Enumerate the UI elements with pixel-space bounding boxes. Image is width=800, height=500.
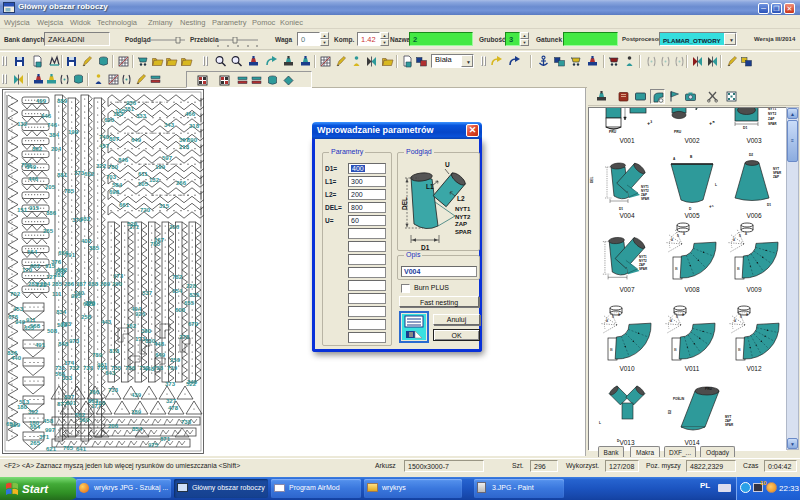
svg-text:V010: V010 (619, 365, 635, 372)
svg-text:B: B (739, 234, 741, 238)
svg-text:D1: D1 (767, 203, 771, 207)
svg-text:D2: D2 (749, 153, 753, 157)
svg-text:478: 478 (168, 405, 179, 411)
svg-text:204: 204 (51, 146, 62, 152)
svg-text:621: 621 (46, 446, 57, 452)
svg-text:600: 600 (175, 307, 186, 313)
svg-text:584: 584 (112, 182, 123, 188)
svg-text:709: 709 (21, 162, 32, 168)
svg-text:B: B (676, 315, 678, 319)
svg-text:785: 785 (150, 241, 161, 247)
svg-text:384: 384 (49, 132, 60, 138)
svg-text:SPAR: SPAR (725, 423, 734, 427)
svg-text:A: A (745, 232, 747, 236)
svg-text:698: 698 (109, 189, 120, 195)
svg-text:V003: V003 (746, 137, 762, 144)
svg-text:703: 703 (106, 174, 117, 180)
svg-text:981: 981 (97, 362, 108, 368)
svg-text:807: 807 (109, 136, 120, 142)
svg-text:466: 466 (185, 111, 196, 117)
svg-text:568: 568 (30, 323, 41, 329)
svg-text:448: 448 (154, 341, 165, 347)
svg-text:B: B (610, 347, 613, 352)
svg-text:B: B (737, 266, 740, 271)
svg-text:733: 733 (108, 387, 119, 393)
svg-text:V002: V002 (684, 137, 700, 144)
svg-text:655: 655 (184, 300, 195, 306)
svg-text:266: 266 (176, 180, 187, 186)
svg-text:205: 205 (45, 184, 56, 190)
svg-text:315: 315 (159, 203, 170, 209)
svg-text:D1: D1 (619, 207, 623, 211)
svg-text:151: 151 (17, 207, 28, 213)
svg-text:564: 564 (27, 249, 38, 255)
svg-text:Start: Start (22, 483, 49, 495)
svg-text:A: A (746, 313, 748, 317)
svg-text:846: 846 (118, 157, 129, 163)
svg-text:B: B (674, 347, 677, 352)
svg-text:111: 111 (52, 291, 62, 297)
svg-text:505: 505 (138, 181, 149, 187)
svg-text:662: 662 (30, 263, 41, 269)
svg-text:V006: V006 (746, 212, 762, 219)
svg-text:V014: V014 (684, 439, 700, 446)
svg-text:373: 373 (165, 381, 176, 387)
svg-text:278: 278 (179, 334, 190, 340)
svg-text:265: 265 (43, 228, 54, 234)
svg-text:V011: V011 (685, 365, 700, 372)
svg-text:670: 670 (188, 321, 199, 327)
svg-text:641: 641 (76, 446, 87, 452)
svg-text:390: 390 (141, 328, 152, 334)
svg-text:DEL: DEL (401, 197, 408, 210)
svg-text:L: L (599, 421, 601, 425)
svg-text:A: A (682, 313, 684, 317)
svg-text:936: 936 (126, 100, 137, 106)
svg-text:834: 834 (56, 309, 67, 315)
svg-text:V005: V005 (684, 212, 700, 219)
svg-text:537: 537 (142, 290, 153, 296)
svg-text:513: 513 (19, 399, 30, 405)
svg-text:+⁵: +⁵ (709, 120, 715, 126)
svg-text:265: 265 (30, 440, 41, 446)
svg-text:966: 966 (55, 268, 66, 274)
svg-text:782: 782 (172, 274, 183, 280)
svg-text:620: 620 (104, 117, 115, 123)
svg-text:206: 206 (108, 423, 119, 429)
svg-text:546: 546 (41, 113, 52, 119)
svg-text:848: 848 (58, 341, 69, 347)
svg-text:915: 915 (29, 205, 40, 211)
svg-text:736: 736 (125, 365, 136, 371)
svg-text:926: 926 (135, 311, 146, 317)
svg-text:562: 562 (75, 412, 86, 418)
svg-text:661: 661 (119, 202, 130, 208)
svg-text:457: 457 (99, 143, 110, 149)
svg-text:889: 889 (57, 98, 68, 104)
svg-text:A: A (683, 232, 685, 236)
svg-text:818: 818 (109, 348, 120, 354)
svg-text:V013: V013 (619, 439, 635, 446)
svg-text:286: 286 (64, 281, 75, 287)
svg-text:649: 649 (155, 352, 166, 358)
svg-text:720: 720 (140, 207, 151, 213)
svg-text:A: A (670, 319, 672, 323)
svg-text:789: 789 (92, 352, 103, 358)
svg-text:V012: V012 (746, 365, 762, 372)
svg-text:453: 453 (13, 306, 24, 312)
svg-text:443: 443 (101, 319, 112, 325)
svg-text:765: 765 (63, 445, 74, 451)
svg-text:690: 690 (187, 137, 198, 143)
svg-text:258: 258 (81, 314, 92, 320)
svg-text:975: 975 (148, 442, 159, 448)
svg-text:PRU: PRU (674, 130, 682, 134)
svg-text:B: B (738, 347, 741, 352)
svg-text:352: 352 (28, 409, 39, 415)
svg-text:982: 982 (80, 216, 91, 222)
svg-text:739: 739 (167, 365, 178, 371)
svg-text:160: 160 (95, 400, 106, 406)
svg-text:837: 837 (64, 394, 75, 400)
svg-text:835: 835 (189, 292, 200, 298)
svg-text:SPAR: SPAR (641, 197, 650, 201)
svg-text:684: 684 (30, 424, 41, 430)
svg-text:333: 333 (62, 375, 73, 381)
svg-text:886: 886 (46, 210, 57, 216)
